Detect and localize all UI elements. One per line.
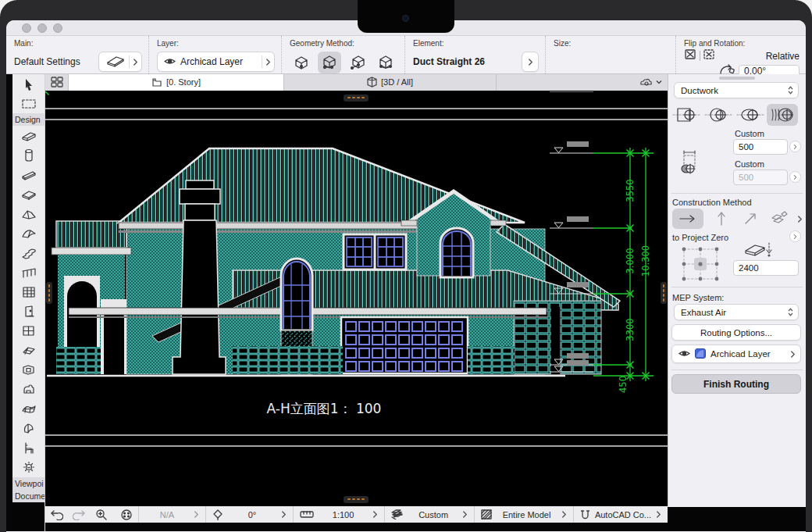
partial-structure-control[interactable]: Entire Model bbox=[474, 506, 573, 523]
panel-drag-handle[interactable] bbox=[719, 77, 755, 80]
chevron-down-icon bbox=[656, 80, 662, 84]
traffic-light-close[interactable] bbox=[22, 23, 31, 33]
chevron-right-icon bbox=[656, 510, 661, 519]
duct-shape-rectangular[interactable] bbox=[671, 104, 702, 126]
tab-story[interactable]: [0. Story] bbox=[69, 74, 284, 91]
layer-selector[interactable]: Archicad Layer bbox=[157, 52, 275, 72]
lamp-tool[interactable] bbox=[12, 458, 45, 477]
shell-tool[interactable] bbox=[12, 223, 45, 243]
mep-system-select[interactable]: Exhaust Air bbox=[674, 304, 799, 320]
geometry-method-chained[interactable] bbox=[318, 52, 341, 73]
dim-3300: 3300 bbox=[625, 318, 636, 341]
layer-label: Layer: bbox=[157, 39, 275, 48]
mesh-tool[interactable] bbox=[12, 399, 45, 419]
traffic-light-minimize[interactable] bbox=[37, 23, 47, 33]
width-chevron-button[interactable] bbox=[789, 141, 801, 152]
tab-story-label: [0. Story] bbox=[166, 77, 201, 87]
layer-combo-value: Custom bbox=[418, 510, 448, 520]
window-tool[interactable] bbox=[12, 321, 45, 341]
duct-shape-flexible[interactable] bbox=[767, 104, 798, 126]
redo-button[interactable] bbox=[68, 509, 91, 520]
layer-combination-control[interactable]: Custom bbox=[384, 506, 474, 523]
flip-icon[interactable] bbox=[684, 48, 697, 63]
construction-sloped[interactable] bbox=[739, 209, 761, 229]
element-chevron-button[interactable] bbox=[522, 52, 539, 72]
beam-tool[interactable] bbox=[12, 165, 45, 184]
zoom-in-button[interactable] bbox=[91, 509, 112, 521]
top-pane-handle[interactable] bbox=[344, 95, 369, 102]
undo-button[interactable] bbox=[45, 509, 68, 520]
anchor-grid-control[interactable] bbox=[678, 245, 723, 287]
toolbar-section-element: Element: Duct Straight 26 bbox=[404, 36, 545, 73]
furniture-tool[interactable] bbox=[12, 438, 45, 458]
tab-overview-icon[interactable] bbox=[45, 74, 69, 91]
reference-chevron-button[interactable] bbox=[789, 230, 801, 242]
traffic-light-zoom[interactable] bbox=[53, 23, 62, 33]
construction-special[interactable] bbox=[768, 209, 790, 229]
structure-display-icon bbox=[481, 509, 492, 520]
height-field[interactable]: 500 bbox=[733, 170, 788, 185]
height-chevron-button[interactable] bbox=[789, 171, 801, 183]
height-label: Custom bbox=[735, 159, 764, 169]
toolbar-section-layer: Layer: Archicad Layer bbox=[148, 36, 281, 73]
snap-guides-control[interactable]: N/A bbox=[138, 506, 205, 523]
width-field[interactable]: 500 bbox=[733, 139, 788, 155]
arrow-tool[interactable] bbox=[12, 74, 45, 94]
default-settings-button[interactable] bbox=[98, 52, 142, 72]
orientation-control[interactable]: 0° bbox=[205, 506, 293, 523]
object-tool[interactable] bbox=[12, 380, 45, 399]
geometry-method-slope[interactable] bbox=[374, 52, 397, 73]
roof-tool[interactable] bbox=[12, 204, 45, 223]
curtain-wall-tool[interactable] bbox=[12, 282, 45, 302]
left-pane-handle[interactable] bbox=[46, 282, 52, 304]
column-tool[interactable] bbox=[12, 145, 45, 165]
slab-tool[interactable] bbox=[12, 184, 45, 204]
duct-shape-circular[interactable] bbox=[703, 104, 734, 126]
chevron-right-icon[interactable] bbox=[797, 215, 803, 223]
tab-bar: [0. Story] [3D / All] bbox=[45, 74, 668, 91]
stair-tool[interactable] bbox=[12, 243, 45, 262]
system-type-select[interactable]: Ductwork bbox=[674, 82, 799, 98]
panel-layer-selector[interactable]: Archicad Layer bbox=[671, 345, 801, 363]
mirror-icon[interactable] bbox=[703, 48, 716, 63]
construction-horizontal[interactable] bbox=[672, 209, 703, 229]
construction-vertical[interactable] bbox=[710, 209, 732, 229]
scale-control[interactable]: 1:100 bbox=[293, 506, 384, 523]
morph-tool[interactable] bbox=[12, 419, 45, 438]
toolbox-group-viewpoint[interactable]: Viewpoi bbox=[12, 477, 45, 490]
toolbox-group-document[interactable]: Docume bbox=[12, 490, 45, 502]
marquee-tool[interactable] bbox=[12, 94, 45, 113]
dim-3550: 3550 bbox=[625, 179, 636, 202]
scale-value: 1:100 bbox=[333, 510, 354, 520]
bottom-pane-handle[interactable] bbox=[344, 496, 369, 503]
toolbar-section-main: Main: Default Settings bbox=[6, 36, 148, 73]
wall-tool[interactable] bbox=[12, 126, 45, 145]
eye-icon bbox=[164, 55, 176, 69]
duct-shape-oval[interactable] bbox=[735, 104, 766, 126]
opening-tool[interactable] bbox=[12, 360, 45, 380]
drawing-canvas[interactable]: 3550 3.000 3300 450 10.300 A-H立面图1： 100 bbox=[45, 91, 668, 506]
pen-icon bbox=[212, 509, 223, 520]
select-arrows-icon bbox=[788, 86, 793, 95]
routing-options-button[interactable]: Routing Options... bbox=[671, 324, 801, 341]
status-bar: N/A 0° 1:100 Custom bbox=[45, 505, 668, 523]
story-icon bbox=[151, 77, 162, 87]
finish-routing-button[interactable]: Finish Routing bbox=[671, 374, 801, 394]
mep-system-label: MEP System: bbox=[672, 293, 724, 302]
right-pane-handle[interactable] bbox=[661, 282, 667, 304]
drawing-viewport[interactable]: 3550 3.000 3300 450 10.300 A-H立面图1： 100 bbox=[45, 91, 668, 505]
duct-element-icon bbox=[105, 53, 126, 70]
geometry-method-rise[interactable] bbox=[346, 52, 369, 73]
work-environment-control[interactable]: AutoCAD Co... bbox=[573, 506, 668, 523]
tab-3d[interactable]: [3D / All] bbox=[284, 74, 497, 91]
railing-tool[interactable] bbox=[12, 262, 45, 282]
elevation-field[interactable]: 2400 bbox=[733, 260, 799, 276]
camera-dot bbox=[402, 15, 409, 22]
toolbox-group-design[interactable]: Design bbox=[12, 113, 45, 126]
geometry-method-single[interactable] bbox=[290, 52, 313, 73]
door-tool[interactable] bbox=[12, 302, 45, 321]
model-view-options-button[interactable] bbox=[633, 74, 668, 91]
skylight-tool[interactable] bbox=[12, 341, 45, 360]
fit-in-window-button[interactable] bbox=[112, 509, 138, 521]
panel-layer-value: Archicad Layer bbox=[710, 349, 771, 359]
